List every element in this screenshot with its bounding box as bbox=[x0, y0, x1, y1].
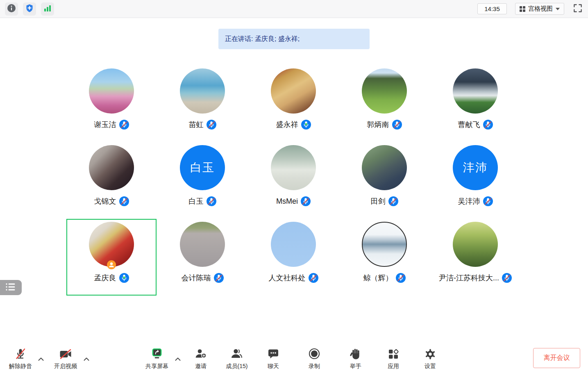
participant-tile[interactable]: 白玉 白玉 bbox=[157, 142, 247, 219]
participant-tile[interactable]: 尹洁-江苏科技大... bbox=[430, 219, 520, 296]
members-button[interactable]: 成员(15) bbox=[226, 346, 248, 370]
mic-status-icon bbox=[388, 196, 398, 206]
participant-name: 鲸（辉） bbox=[363, 273, 393, 283]
mic-status-icon bbox=[214, 273, 224, 283]
participant-avatar bbox=[453, 68, 498, 114]
meeting-info-button[interactable] bbox=[5, 2, 18, 16]
participant-name: 郭炳南 bbox=[367, 120, 389, 130]
shield-plus-icon bbox=[25, 4, 34, 14]
mic-options-chevron[interactable] bbox=[38, 355, 44, 363]
participant-name: 吴沣沛 bbox=[458, 196, 480, 206]
participant-name: 苗虹 bbox=[189, 120, 204, 130]
participant-tile[interactable]: MsMei bbox=[248, 142, 338, 219]
video-options-chevron[interactable] bbox=[84, 355, 90, 363]
participant-avatar bbox=[89, 145, 134, 190]
fullscreen-button[interactable] bbox=[572, 3, 583, 15]
gear-icon bbox=[423, 346, 438, 362]
share-options-chevron[interactable] bbox=[175, 355, 181, 363]
members-icon bbox=[229, 346, 244, 362]
participant-name: 戈锦文 bbox=[94, 196, 116, 206]
fullscreen-icon bbox=[572, 3, 583, 15]
participant-avatar bbox=[180, 68, 225, 114]
participant-name: 谢玉洁 bbox=[94, 120, 116, 130]
participant-avatar bbox=[180, 222, 225, 267]
chat-button[interactable]: 聊天 bbox=[266, 346, 281, 370]
participant-tile[interactable]: 戈锦文 bbox=[66, 142, 157, 219]
participant-avatar bbox=[271, 222, 316, 267]
mic-status-icon bbox=[483, 120, 493, 130]
participant-avatar bbox=[362, 145, 407, 190]
participant-avatar bbox=[362, 222, 407, 267]
grid-view-icon bbox=[520, 6, 525, 12]
participant-tile[interactable]: 鲸（辉） bbox=[339, 219, 429, 296]
participant-name: 曹献飞 bbox=[458, 120, 480, 130]
camera-off-icon bbox=[58, 346, 73, 362]
participant-name: MsMei bbox=[276, 197, 298, 206]
chat-bubble-icon bbox=[266, 346, 281, 362]
mic-status-icon bbox=[483, 196, 493, 206]
participant-tile[interactable]: 人文社科处 bbox=[248, 219, 338, 296]
settings-button[interactable]: 设置 bbox=[423, 346, 438, 370]
participant-name: 孟庆良 bbox=[94, 273, 116, 283]
apps-button[interactable]: 应用 bbox=[386, 346, 401, 370]
host-badge-icon bbox=[107, 260, 116, 269]
mic-status-icon bbox=[392, 120, 402, 130]
now-speaking-banner: 正在讲话: 孟庆良; 盛永祥; bbox=[218, 29, 370, 49]
invite-button[interactable]: 邀请 bbox=[193, 346, 208, 370]
participant-avatar bbox=[89, 68, 134, 114]
mic-status-icon bbox=[502, 273, 512, 283]
leave-meeting-button[interactable]: 离开会议 bbox=[533, 348, 580, 368]
participant-avatar bbox=[271, 68, 316, 114]
member-list-panel-handle[interactable] bbox=[0, 280, 22, 295]
participant-name: 会计陈瑞 bbox=[182, 273, 211, 283]
participant-avatar: 白玉 bbox=[180, 145, 225, 190]
mic-status-icon bbox=[119, 196, 129, 206]
participant-avatar: 沣沛 bbox=[453, 145, 498, 190]
network-quality-button[interactable] bbox=[41, 2, 54, 16]
participant-tile[interactable]: 会计陈瑞 bbox=[157, 219, 247, 296]
mic-status-icon bbox=[301, 196, 311, 206]
start-video-button[interactable]: 开启视频 bbox=[54, 346, 77, 370]
participant-tile[interactable]: 郭炳南 bbox=[339, 66, 429, 142]
record-icon bbox=[307, 346, 322, 362]
list-icon bbox=[5, 282, 16, 293]
security-button[interactable] bbox=[23, 2, 36, 16]
mic-status-icon bbox=[119, 273, 129, 283]
participant-grid: 谢玉洁 苗虹 bbox=[66, 66, 520, 296]
participant-tile[interactable]: 曹献飞 bbox=[430, 66, 520, 142]
participant-avatar bbox=[362, 68, 407, 114]
info-icon bbox=[7, 4, 16, 14]
participant-avatar bbox=[271, 145, 316, 190]
participant-tile[interactable]: 孟庆良 bbox=[66, 219, 157, 296]
participant-tile[interactable]: 沣沛 吴沣沛 bbox=[430, 142, 520, 219]
raise-hand-button[interactable]: 举手 bbox=[348, 346, 363, 370]
meeting-timer: 14:35 bbox=[477, 3, 507, 14]
mic-muted-icon bbox=[13, 346, 28, 362]
invite-person-icon bbox=[193, 346, 208, 362]
signal-bars-icon bbox=[43, 4, 52, 14]
participant-name: 田剑 bbox=[371, 196, 386, 206]
unmute-button[interactable]: 解除静音 bbox=[9, 346, 32, 370]
bottom-toolbar: 解除静音 开启视频 共享屏幕 邀请 成员(15) 聊天 bbox=[0, 342, 588, 373]
participant-tile[interactable]: 盛永祥 bbox=[248, 66, 338, 142]
participant-tile[interactable]: 苗虹 bbox=[157, 66, 247, 142]
participant-name: 白玉 bbox=[189, 196, 204, 206]
mic-status-icon bbox=[207, 120, 216, 130]
chevron-down-icon bbox=[556, 8, 560, 10]
mic-status-icon bbox=[301, 120, 311, 130]
view-mode-selector[interactable]: 宫格视图 bbox=[515, 3, 564, 15]
mic-status-icon bbox=[207, 196, 216, 206]
mic-status-icon bbox=[309, 273, 318, 283]
participant-name: 尹洁-江苏科技大... bbox=[439, 273, 499, 283]
top-bar: 14:35 宫格视图 bbox=[0, 0, 588, 18]
raise-hand-icon bbox=[348, 346, 363, 362]
participant-tile[interactable]: 田剑 bbox=[339, 142, 429, 219]
participant-name: 人文社科处 bbox=[269, 273, 306, 283]
mic-status-icon bbox=[396, 273, 406, 283]
share-screen-icon bbox=[150, 346, 164, 362]
record-button[interactable]: 录制 bbox=[307, 346, 322, 370]
share-screen-button[interactable]: 共享屏幕 bbox=[145, 346, 168, 370]
participant-name: 盛永祥 bbox=[276, 120, 298, 130]
participant-tile[interactable]: 谢玉洁 bbox=[66, 66, 157, 142]
apps-grid-icon bbox=[386, 346, 401, 362]
